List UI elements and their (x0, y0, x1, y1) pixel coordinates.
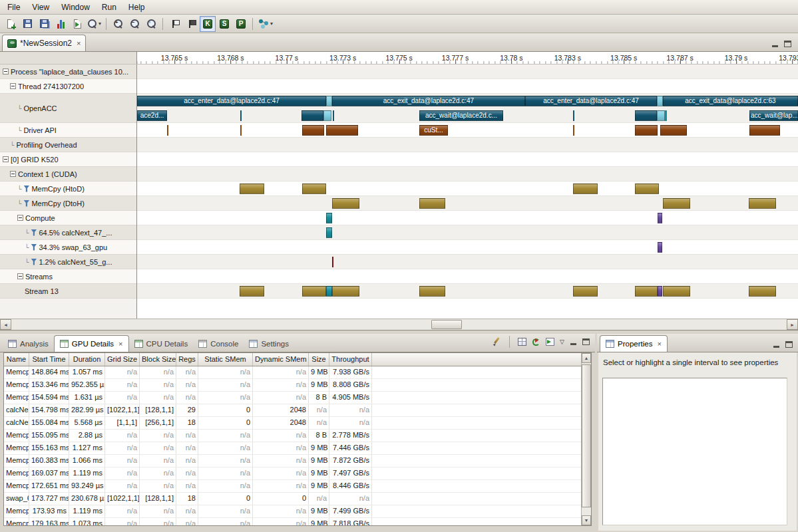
column-header-regs[interactable]: Regs (176, 353, 198, 366)
column-header-name[interactable]: Name (4, 353, 29, 366)
scrollbar-thumb[interactable] (582, 364, 591, 507)
timeline-bar[interactable] (326, 286, 332, 297)
maximize-icon[interactable] (784, 41, 791, 47)
tree-row-profiling-overhead[interactable]: └Profiling Overhead (0, 138, 136, 152)
collapse-icon[interactable] (17, 273, 23, 279)
minimize-icon[interactable] (570, 338, 577, 345)
timeline-bar[interactable] (658, 213, 662, 223)
prev-marker-button[interactable] (166, 16, 182, 32)
timeline-bar[interactable] (332, 198, 359, 209)
timeline-bar[interactable] (749, 125, 780, 136)
timeline-bar[interactable] (635, 286, 658, 297)
tree-row-stream-13[interactable]: Stream 13 (0, 284, 136, 299)
timeline-bar[interactable] (240, 125, 242, 136)
tree-row-1-2-calcnext-55-g[interactable]: └1.2% calcNext_55_g... (0, 255, 136, 269)
timeline-bar[interactable]: acc_exit_data@laplace2d.c:47 (332, 96, 525, 106)
columns-icon[interactable] (518, 338, 526, 346)
table-row[interactable]: Memcpy179.163 ms1.073 msn/an/an/an/an/a9… (4, 518, 591, 526)
collapse-icon[interactable] (17, 215, 23, 221)
timeline-bar[interactable]: acc_enter_data@laplace2d.c:47 (525, 96, 657, 106)
column-header-start-time[interactable]: Start Time (29, 353, 69, 366)
tree-row-streams[interactable]: Streams (0, 269, 136, 284)
table-row[interactable]: swap_63173.727 ms230.678 µs[1022,1,1][12… (4, 493, 591, 505)
save-all-button[interactable] (36, 16, 52, 32)
tree-row-compute[interactable]: Compute (0, 211, 136, 225)
table-row[interactable]: Memcpy155.095 ms2.88 µsn/an/an/an/an/a8 … (4, 430, 591, 442)
tree-row-driver-api[interactable]: └Driver API (0, 123, 136, 138)
tab-gpu-details[interactable]: GPU Details× (54, 335, 129, 352)
column-header-throughput[interactable]: Throughput (329, 353, 372, 366)
tab-analysis[interactable]: Analysis (3, 335, 54, 352)
stream-toggle[interactable]: S (216, 16, 232, 32)
tree-row-0-grid-k520[interactable]: [0] GRID K520 (0, 152, 136, 167)
timeline-bar[interactable] (302, 184, 326, 194)
scroll-down-button[interactable]: ▼ (582, 515, 591, 525)
process-toggle[interactable]: P (233, 16, 249, 32)
refresh-icon[interactable] (532, 338, 540, 346)
table-row[interactable]: Memcpy173.93 ms1.119 msn/an/an/an/an/a9 … (4, 505, 591, 518)
timeline-bar[interactable] (240, 286, 264, 297)
timeline-bar[interactable]: acc_exit_data@laplace2d.c:63 (663, 96, 798, 106)
timeline-bar[interactable] (302, 125, 324, 136)
timeline-bar[interactable]: acc_wait@laplace2d.c... (419, 110, 503, 121)
menu-file[interactable]: File (1, 1, 26, 14)
timeline-bar[interactable] (323, 110, 331, 121)
table-row[interactable]: Memcpy153.346 ms952.355 µsn/an/an/an/an/… (4, 379, 591, 392)
timeline-bar[interactable] (332, 286, 359, 297)
tab-console[interactable]: Console (193, 335, 244, 352)
table-row[interactable]: Memcpy160.383 ms1.066 msn/an/an/an/an/a9… (4, 455, 591, 467)
timeline-bar[interactable] (332, 257, 333, 267)
timeline-bar[interactable] (573, 286, 598, 297)
horizontal-scrollbar[interactable]: ◄ ► (0, 319, 798, 330)
column-header-block-size[interactable]: Block Size (140, 353, 176, 366)
timeline-bar[interactable]: cuSt... (419, 125, 448, 136)
table-row[interactable]: Memcpy172.651 ms93.249 µsn/an/an/an/an/a… (4, 480, 591, 493)
scroll-up-button[interactable]: ▲ (582, 353, 591, 363)
tree-row-process-laplace-data-clauses-1[interactable]: Process "laplace_data_clauses 10... (0, 65, 136, 79)
column-header-size[interactable]: Size (309, 353, 329, 366)
timeline-bar[interactable] (240, 110, 242, 121)
timeline-bar[interactable] (749, 198, 776, 209)
zoom-fit-button[interactable]: ▫ (143, 16, 159, 32)
kernel-timescale-toggle[interactable]: K (200, 16, 216, 32)
vertical-scrollbar[interactable]: ▲ ▼ (581, 353, 591, 525)
column-header-static-smem[interactable]: Static SMem (198, 353, 253, 366)
new-session-button[interactable] (3, 16, 19, 32)
analysis-button[interactable]: ▾ (256, 16, 274, 32)
timeline-bar[interactable] (302, 286, 326, 297)
timeline-bar[interactable] (167, 125, 168, 136)
timeline-bar[interactable] (573, 184, 598, 194)
save-button[interactable] (19, 16, 35, 32)
table-row[interactable]: calcNext155.084 ms5.568 µs[1,1,1][256,1,… (4, 417, 591, 430)
column-header-duration[interactable]: Duration (69, 353, 105, 366)
timeline-bar[interactable] (663, 198, 690, 209)
next-marker-button[interactable] (183, 16, 199, 32)
pencil-icon[interactable] (493, 338, 501, 346)
zoom-menu-button[interactable]: ▾ (86, 16, 102, 32)
timeline-bar[interactable] (665, 110, 667, 121)
close-icon[interactable]: × (657, 340, 661, 347)
timeline-bar[interactable] (657, 110, 665, 121)
tree-row-64-5-calcnext-47[interactable]: └64.5% calcNext_47_... (0, 225, 136, 240)
table-row[interactable]: Memcpy155.163 ms1.127 msn/an/an/an/an/a9… (4, 442, 591, 455)
minimize-icon[interactable] (773, 341, 780, 348)
table-row[interactable]: Memcpy148.864 ms1.057 msn/an/an/an/an/a9… (4, 366, 591, 379)
menu-run[interactable]: Run (96, 1, 122, 14)
timeline-bar[interactable] (419, 286, 445, 297)
timeline-bar[interactable] (635, 184, 659, 194)
zoom-out-button[interactable]: − (126, 16, 142, 32)
timeline-bar[interactable] (333, 110, 334, 121)
tree-row-context-1-cuda[interactable]: Context 1 (CUDA) (0, 167, 136, 182)
profile-button[interactable] (53, 16, 69, 32)
menu-window[interactable]: Window (55, 1, 96, 14)
timeline-bar[interactable] (326, 227, 332, 238)
timeline-bar[interactable] (657, 96, 663, 106)
timeline-bar[interactable] (573, 110, 574, 121)
timeline-bar[interactable] (658, 242, 662, 253)
scroll-left-button[interactable]: ◄ (0, 319, 11, 330)
tree-row-memcpy-htod[interactable]: └MemCpy (HtoD) (0, 182, 136, 196)
timeline-bar[interactable] (301, 110, 323, 121)
collapse-icon[interactable] (10, 83, 16, 89)
scroll-right-button[interactable]: ► (787, 319, 798, 330)
timeline-bar[interactable] (635, 125, 658, 136)
